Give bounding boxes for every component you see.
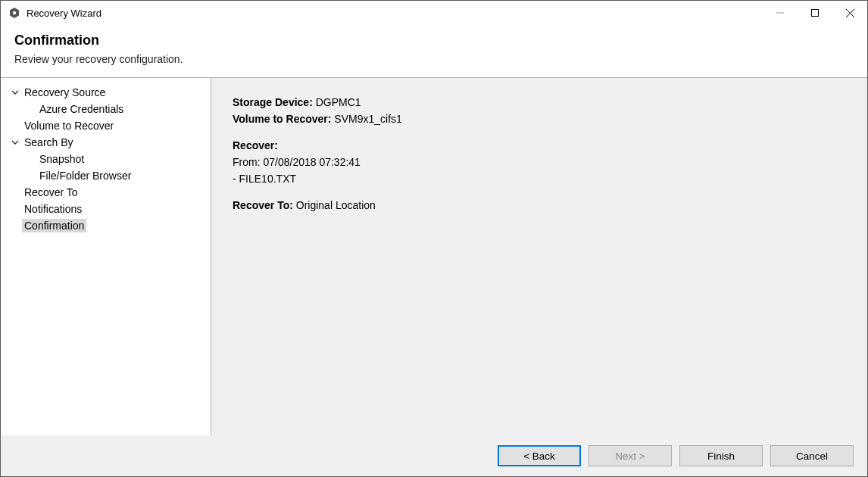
- spacer: [233, 187, 846, 198]
- sidebar-item-file-folder-browser[interactable]: File/Folder Browser: [1, 167, 211, 184]
- chevron-down-icon: [11, 89, 22, 96]
- minimize-button[interactable]: [763, 1, 798, 25]
- sidebar-item-label: Notifications: [22, 202, 84, 216]
- recover-to-row: Recover To: Original Location: [233, 198, 846, 214]
- close-button[interactable]: [832, 1, 867, 25]
- sidebar-item-label: Volume to Recover: [22, 119, 116, 132]
- page-header: Confirmation Review your recovery config…: [1, 25, 867, 77]
- recover-label: Recover:: [233, 139, 278, 151]
- sidebar-item-label: Recover To: [22, 186, 80, 199]
- cancel-button[interactable]: Cancel: [770, 445, 854, 466]
- volume-value: SVM9x1_cifs1: [334, 113, 401, 125]
- finish-button[interactable]: Finish: [679, 445, 763, 466]
- sidebar-item-recover-to[interactable]: Recover To: [1, 184, 211, 201]
- page-subtitle: Review your recovery configuration.: [14, 53, 854, 65]
- sidebar-item-snapshot[interactable]: Snapshot: [1, 151, 211, 167]
- sidebar-item-azure-credentials[interactable]: Azure Credentials: [1, 101, 211, 117]
- sidebar-item-notifications[interactable]: Notifications: [1, 201, 211, 217]
- sidebar-item-search-by[interactable]: Search By: [1, 134, 211, 151]
- from-value: 07/08/2018 07:32:41: [263, 156, 360, 168]
- body: Recovery Source Azure Credentials Volume…: [1, 77, 867, 435]
- recover-to-value: Original Location: [296, 199, 376, 211]
- storage-device-value: DGPMC1: [316, 96, 361, 108]
- file-item: - FILE10.TXT: [233, 173, 296, 185]
- footer-buttons: < Back Next > Finish Cancel: [1, 435, 867, 476]
- chevron-down-icon: [11, 139, 22, 146]
- next-button: Next >: [589, 445, 672, 466]
- from-row: From: 07/08/2018 07:32:41: [233, 154, 846, 171]
- spacer: [233, 127, 846, 138]
- page-title: Confirmation: [14, 33, 854, 48]
- app-icon: [8, 7, 20, 19]
- recover-to-label: Recover To:: [233, 199, 293, 211]
- window-controls: [763, 1, 867, 25]
- sidebar-item-confirmation[interactable]: Confirmation: [1, 217, 211, 234]
- titlebar[interactable]: Recovery Wizard: [1, 1, 867, 25]
- svg-rect-3: [812, 10, 819, 17]
- sidebar-item-label: Confirmation: [22, 219, 86, 232]
- content-pane: Storage Device: DGPMC1 Volume to Recover…: [211, 78, 867, 435]
- sidebar-nav: Recovery Source Azure Credentials Volume…: [1, 78, 211, 435]
- from-label: From:: [233, 156, 261, 168]
- volume-label: Volume to Recover:: [233, 113, 331, 125]
- storage-device-label: Storage Device:: [233, 96, 313, 108]
- window-title: Recovery Wizard: [27, 8, 101, 19]
- sidebar-item-label: Recovery Source: [22, 86, 108, 99]
- window-frame: Recovery Wizard Confirmation Review your…: [0, 0, 868, 477]
- sidebar-item-label: Search By: [22, 136, 76, 149]
- recover-row: Recover:: [233, 138, 846, 154]
- svg-point-1: [13, 11, 16, 14]
- sidebar-item-volume-to-recover[interactable]: Volume to Recover: [1, 117, 211, 134]
- volume-row: Volume to Recover: SVM9x1_cifs1: [233, 111, 846, 128]
- sidebar-item-label: File/Folder Browser: [37, 169, 133, 182]
- file-item-row: - FILE10.TXT: [233, 171, 846, 188]
- maximize-button[interactable]: [798, 1, 832, 25]
- sidebar-item-recovery-source[interactable]: Recovery Source: [1, 84, 211, 101]
- storage-device-row: Storage Device: DGPMC1: [233, 95, 846, 111]
- sidebar-item-label: Azure Credentials: [37, 102, 126, 116]
- back-button[interactable]: < Back: [498, 445, 581, 466]
- sidebar-item-label: Snapshot: [37, 152, 86, 166]
